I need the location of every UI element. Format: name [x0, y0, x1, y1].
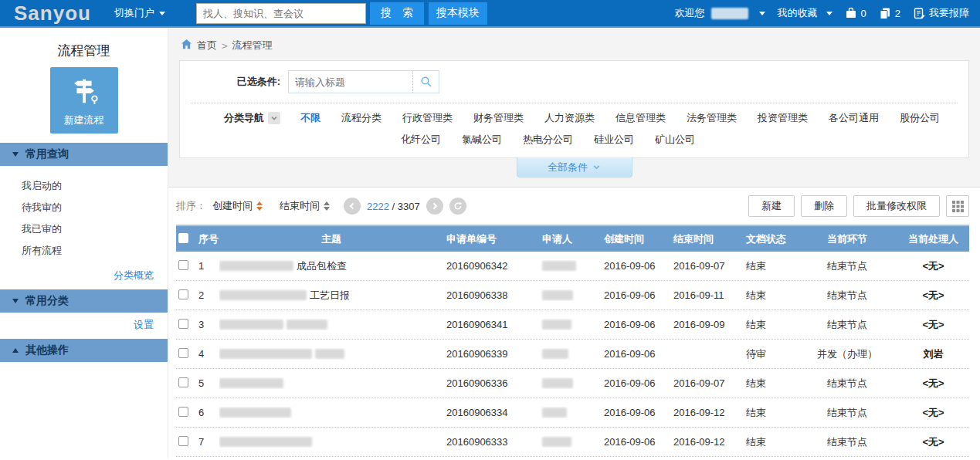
search-button[interactable]: 搜 索: [370, 2, 424, 25]
table-row: 5201609063362016-09-062016-09-07结束结束节点<无…: [176, 369, 969, 398]
triangle-down-icon: [12, 299, 19, 303]
new-process-button[interactable]: 新建流程: [50, 67, 118, 134]
category-link[interactable]: 热电分公司: [523, 133, 573, 147]
row-request-no: 20160906338: [443, 289, 537, 301]
sort-created-arrows-icon[interactable]: [256, 201, 263, 211]
row-current-handler: <无>: [897, 289, 969, 303]
row-checkbox[interactable]: [178, 436, 188, 446]
user-menu-chevron-icon[interactable]: [759, 12, 765, 15]
refresh-button[interactable]: [449, 198, 466, 215]
redacted-text: [219, 290, 307, 300]
row-finished-time: 2016-09-07: [670, 260, 737, 272]
portal-switch-menu[interactable]: 切换门户: [114, 6, 165, 20]
row-doc-status: 结束: [737, 435, 797, 449]
sidebar-item[interactable]: 我已审的: [0, 218, 168, 240]
process-table: 序号主题申请单编号申请人创建时间结束时间文档状态当前环节当前处理人 1成品包检查…: [168, 225, 980, 457]
chevron-down-icon[interactable]: [268, 112, 280, 124]
report-issue-button[interactable]: 我要报障: [913, 6, 969, 20]
sort-by-created[interactable]: 创建时间: [212, 199, 253, 213]
module-search-button[interactable]: 搜本模块: [429, 2, 487, 25]
selected-conditions-label: 已选条件:: [180, 75, 280, 89]
redacted-text: [542, 320, 571, 330]
sidebar: 流程管理 新建流程 常用查询 我启动的待我审的我已审的所有流程 分类概览 常用分…: [0, 28, 168, 458]
row-request-no: 20160906333: [443, 436, 537, 448]
breadcrumb-home[interactable]: 首页: [197, 39, 217, 52]
redacted-text: [542, 378, 573, 388]
row-created-time: 2016-09-06: [601, 436, 670, 448]
category-link[interactable]: 法务管理类: [687, 111, 737, 125]
global-search-input[interactable]: [196, 3, 366, 24]
category-link[interactable]: 各公司通用: [829, 111, 879, 125]
grid-view-button[interactable]: [946, 195, 969, 217]
filter-panel: 已选条件: 分类导航: [179, 60, 969, 158]
row-applicant: [537, 289, 601, 301]
bag-indicator[interactable]: 0: [845, 7, 866, 19]
sidebar-item[interactable]: 我启动的: [0, 175, 168, 197]
category-link[interactable]: 人力资源类: [544, 111, 595, 125]
category-overview-link[interactable]: 分类概览: [0, 263, 168, 289]
table-row: 2工艺日报201609063382016-09-062016-09-11结束结束…: [176, 281, 969, 310]
category-link[interactable]: 财务管理类: [473, 111, 524, 125]
sort-finished-arrows-icon[interactable]: [324, 201, 330, 211]
redacted-text: [219, 261, 293, 271]
page-total: 3307: [398, 201, 420, 212]
new-button[interactable]: 新建: [748, 195, 795, 217]
row-checkbox[interactable]: [178, 407, 188, 417]
category-link[interactable]: 不限: [300, 111, 320, 125]
section-other-operations[interactable]: 其他操作: [0, 339, 168, 362]
settings-link[interactable]: 设置: [0, 313, 168, 339]
row-number: 6: [193, 407, 219, 418]
copies-indicator[interactable]: 2: [879, 7, 900, 19]
row-current-handler: <无>: [897, 318, 969, 332]
row-finished-time: 2016-09-12: [670, 407, 737, 418]
row-current-handler: <无>: [897, 435, 969, 449]
page-current[interactable]: 2222: [367, 201, 389, 212]
category-link[interactable]: 投资管理类: [758, 111, 808, 125]
row-checkbox[interactable]: [178, 260, 188, 270]
row-checkbox[interactable]: [178, 377, 188, 387]
row-current-step: 结束节点: [797, 259, 897, 273]
sort-by-finished[interactable]: 结束时间: [280, 199, 320, 213]
favorites-menu[interactable]: 我的收藏: [778, 6, 832, 20]
section-label: 其他操作: [25, 343, 69, 357]
redacted-text: [542, 437, 571, 447]
row-doc-status: 结束: [737, 406, 797, 420]
title-search-input[interactable]: [289, 71, 412, 93]
section-common-category[interactable]: 常用分类: [0, 289, 168, 313]
row-current-step: 结束节点: [797, 406, 897, 420]
redacted-text: [287, 320, 327, 330]
row-subject: [219, 407, 443, 418]
row-checkbox[interactable]: [178, 289, 188, 299]
redacted-text: [219, 349, 312, 359]
category-link[interactable]: 硅业公司: [594, 133, 634, 147]
select-all-checkbox[interactable]: [178, 233, 188, 243]
section-common-query[interactable]: 常用查询: [0, 143, 168, 166]
category-link[interactable]: 化纤公司: [401, 133, 441, 147]
row-subject: 工艺日报: [219, 289, 443, 303]
category-link[interactable]: 信息管理类: [615, 111, 666, 125]
category-link[interactable]: 行政管理类: [402, 111, 453, 125]
clipboard-pen-icon: [913, 7, 925, 19]
table-row: 6201609063342016-09-062016-09-12结束结束节点<无…: [176, 398, 969, 428]
triangle-down-icon: [12, 152, 19, 157]
next-page-button[interactable]: [426, 198, 443, 215]
table-header: 序号主题申请单编号申请人创建时间结束时间文档状态当前环节当前处理人: [176, 225, 969, 252]
category-link[interactable]: 股份公司: [900, 111, 940, 125]
redacted-text: [542, 408, 567, 418]
all-conditions-toggle[interactable]: 全部条件: [517, 157, 632, 178]
category-link[interactable]: 矿山公司: [655, 133, 695, 147]
batch-permission-button[interactable]: 批量修改权限: [853, 195, 940, 217]
search-icon[interactable]: [412, 71, 439, 93]
sidebar-item[interactable]: 所有流程: [0, 240, 168, 262]
breadcrumb-separator: >: [222, 40, 228, 52]
category-link[interactable]: 氯碱公司: [462, 133, 502, 147]
row-checkbox[interactable]: [178, 348, 188, 358]
category-link[interactable]: 流程分类: [341, 111, 381, 125]
home-icon: [181, 39, 192, 52]
row-created-time: 2016-09-06: [601, 260, 670, 272]
prev-page-button[interactable]: [344, 198, 361, 215]
sidebar-item[interactable]: 待我审的: [0, 197, 168, 218]
delete-button[interactable]: 删除: [801, 195, 847, 217]
row-checkbox[interactable]: [178, 319, 188, 329]
filter-zone: 首页 > 流程管理 已选条件: 分类导航: [168, 28, 980, 188]
